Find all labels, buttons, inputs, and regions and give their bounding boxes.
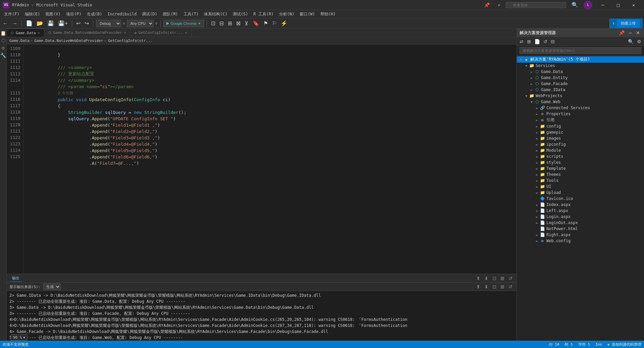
tree-connected-services[interactable]: ► 🔗 Connected Services: [517, 105, 644, 111]
new-file-button[interactable]: 📄: [24, 19, 34, 27]
tree-config[interactable]: ► 📁 config: [517, 123, 644, 129]
menu-help[interactable]: 帮助(H): [318, 11, 338, 18]
save-button[interactable]: 💾: [46, 19, 55, 27]
tree-game-entity[interactable]: ► ⬡ Game.Entity: [517, 75, 644, 81]
tree-toggle-gamepic[interactable]: ►: [534, 131, 540, 134]
tree-toggle-webconfig[interactable]: ►: [534, 239, 540, 243]
menu-build[interactable]: 生成(B): [84, 11, 105, 18]
menu-window[interactable]: 窗口(W): [297, 11, 318, 18]
back-button[interactable]: ←: [1, 20, 9, 27]
tree-module[interactable]: ► 📁 Module: [517, 147, 644, 153]
tree-web-config[interactable]: ► ⚙ Web.config: [517, 238, 644, 244]
tab-close-1[interactable]: ×: [38, 31, 40, 35]
se-close-button[interactable]: ✕: [635, 30, 641, 36]
output-btn-5[interactable]: ↺: [507, 275, 514, 281]
tab-native-web[interactable]: ⬡ Game.Data.NativeWebDataProvider ×: [44, 28, 130, 37]
user-avatar[interactable]: linhongquan L: [584, 1, 592, 9]
tree-toggle-upload[interactable]: ►: [534, 191, 540, 195]
toolbar-btn-9[interactable]: ⚡: [279, 19, 289, 27]
tree-toggle-references[interactable]: ►: [534, 118, 540, 122]
tree-toggle-themes[interactable]: ►: [534, 173, 540, 177]
se-pin-button[interactable]: 📌: [618, 30, 626, 36]
tree-toggle-right[interactable]: ►: [534, 233, 540, 237]
tree-solution[interactable]: ▼ ◈ 解决方案'RYAdmin'(5 个项目): [517, 56, 644, 63]
menu-team[interactable]: 团队(M): [160, 11, 181, 18]
tree-toggle-gameidata[interactable]: ►: [529, 88, 534, 92]
tree-themes[interactable]: ► 📁 Themes: [517, 171, 644, 178]
tab-close-3[interactable]: ×: [185, 31, 187, 34]
toolbar-btn-3[interactable]: ⊞: [226, 19, 233, 27]
tree-toggle-gameentity[interactable]: ►: [529, 76, 534, 80]
tree-toggle-left[interactable]: ►: [534, 209, 540, 213]
tree-toggle-gamedata[interactable]: ►: [529, 70, 534, 74]
se-sync-button[interactable]: ⇄: [518, 39, 525, 45]
tab-close-2[interactable]: ×: [124, 31, 126, 34]
toolbar-btn-1[interactable]: ⊡: [210, 19, 217, 27]
se-search-input[interactable]: [520, 47, 641, 54]
config-dropdown[interactable]: Debug Release: [96, 20, 121, 27]
output-source-btn-1[interactable]: ⬆: [475, 284, 482, 290]
menu-arch[interactable]: 体系结构(C): [201, 11, 230, 18]
tree-upload[interactable]: ► 📁 Upload: [517, 190, 644, 196]
se-show-files-button[interactable]: 📄: [533, 39, 541, 45]
se-collapse-button[interactable]: ⊟: [549, 39, 556, 45]
tree-toggle-webprojects[interactable]: ▼: [524, 94, 529, 98]
run-button[interactable]: ▶ Google Chrome ▼: [163, 20, 204, 27]
upload-button[interactable]: 拍接上传: [617, 20, 640, 27]
tree-toggle-gamefacade[interactable]: ►: [529, 82, 534, 86]
tree-ipconfig[interactable]: ► 📁 ipconfig: [517, 141, 644, 147]
tree-notpower[interactable]: 📄 NotPower.html: [517, 226, 644, 232]
tree-toggle-loginout[interactable]: ►: [534, 221, 540, 225]
toolbar-btn-2[interactable]: ⊟: [218, 19, 225, 27]
tree-game-web[interactable]: ▼ ⬡ Game.Web: [517, 99, 644, 105]
tree-index-aspx[interactable]: ► 📄 Index.aspx: [517, 202, 644, 208]
close-button[interactable]: ✕: [626, 0, 641, 10]
tree-right-aspx[interactable]: ► 📄 Right.aspx: [517, 232, 644, 238]
save-all-button[interactable]: 💾+: [57, 19, 69, 27]
toolbar-btn-6[interactable]: 🔖: [251, 19, 261, 27]
menu-tools[interactable]: 工具(T): [181, 11, 202, 18]
tree-game-idata[interactable]: ► ⬡ Game.IData: [517, 87, 644, 93]
tree-tools[interactable]: ► 📁 Tools: [517, 178, 644, 184]
tree-webprojects[interactable]: ▼ 📁 WebProjects: [517, 93, 644, 99]
tree-toggle-styles[interactable]: ►: [534, 161, 540, 164]
menu-view[interactable]: 视图(V): [43, 11, 63, 18]
zoom-control[interactable]: 90 %▼: [11, 334, 28, 341]
zoom-dropdown-icon[interactable]: ▼: [23, 336, 25, 339]
tree-toggle-solution[interactable]: ▼: [518, 58, 524, 61]
tree-toggle-login[interactable]: ►: [534, 215, 540, 219]
se-settings-button[interactable]: ⚙: [636, 39, 643, 45]
menu-r-tools[interactable]: R 工具(R): [251, 11, 276, 18]
platform-dropdown[interactable]: Any CPU x86 x64: [127, 20, 154, 27]
se-properties-button[interactable]: ⊞: [526, 39, 532, 45]
tree-toggle-scripts[interactable]: ►: [534, 155, 540, 158]
se-refresh-button[interactable]: ↺: [542, 39, 549, 45]
tab-game-data[interactable]: ⬡ Game.Data ×: [7, 28, 44, 37]
code-editor[interactable]: 1109 1110 1111 1112 1113 1114 1115 1116 …: [7, 45, 517, 274]
menu-debug[interactable]: 调试(D): [139, 11, 160, 18]
redo-button[interactable]: ↪: [83, 19, 90, 27]
menu-analyze[interactable]: 分析(N): [276, 11, 297, 18]
output-source-btn-3[interactable]: ⊡: [491, 284, 498, 290]
tree-services[interactable]: ▼ 📁 Services: [517, 63, 644, 69]
maximize-button[interactable]: □: [610, 0, 626, 10]
toolbar-btn-5[interactable]: ⊻: [243, 19, 250, 27]
activity-icon-3[interactable]: ⚙: [1, 45, 5, 51]
toolbar-btn-7[interactable]: ⚑: [262, 19, 269, 27]
undo-button[interactable]: ↩: [75, 19, 82, 27]
tree-favicon[interactable]: 🔷 favicon.ico: [517, 196, 644, 202]
activity-icon-4[interactable]: 🔧: [0, 52, 7, 59]
tree-toggle-template[interactable]: ►: [534, 167, 540, 170]
forward-button[interactable]: →: [11, 20, 19, 27]
output-source-btn-4[interactable]: ⊠: [499, 284, 506, 290]
quick-launch-input[interactable]: [506, 2, 566, 8]
output-btn-2[interactable]: ⬇: [483, 275, 490, 281]
tree-loginout-aspx[interactable]: ► 📄 LoginOut.aspx: [517, 220, 644, 226]
menu-test[interactable]: 测试(S): [230, 11, 251, 18]
breadcrumb-2[interactable]: Game.Data.NativeWebDataProvider: [34, 39, 103, 43]
open-button[interactable]: 📂: [35, 19, 45, 27]
menu-project[interactable]: 项目(P): [63, 11, 84, 18]
menu-incredibuild[interactable]: Incredibuild: [105, 11, 139, 17]
toolbar-btn-8[interactable]: ⚐: [271, 19, 278, 27]
tree-properties[interactable]: ► ⚙ Properties: [517, 111, 644, 117]
